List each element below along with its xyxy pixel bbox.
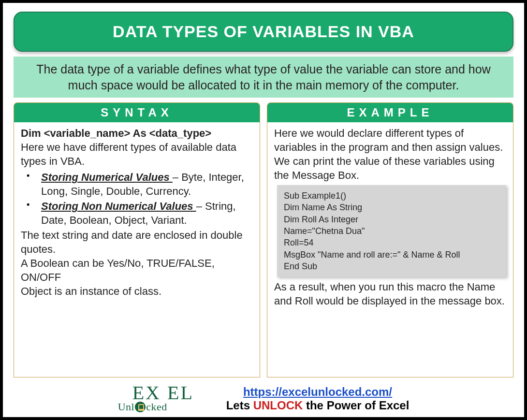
footer: EX EL Unlcked https://excelunlocked.com/… xyxy=(14,382,513,413)
example-outro: As a result, when you run this macro the… xyxy=(274,280,506,308)
bullet-head: Storing Numerical Values xyxy=(41,171,173,183)
document-frame: DATA TYPES OF VARIABLES IN VBA The data … xyxy=(0,0,527,420)
example-header: EXAMPLE xyxy=(267,102,513,122)
syntax-code-line: Dim <variable_name> As <data_type> xyxy=(21,126,253,140)
example-intro: Here we would declare different types of… xyxy=(274,126,506,182)
syntax-note: Object is an instance of class. xyxy=(21,284,253,298)
bullet-head: Storing Non Numerical Values xyxy=(41,200,196,212)
logo-bot-post: cked xyxy=(146,401,167,413)
lock-icon xyxy=(135,402,146,412)
logo-bottom-text: Unlcked xyxy=(118,400,215,413)
example-body: Here we would declare different types of… xyxy=(267,122,513,377)
description-box: The data type of a variable defines what… xyxy=(14,57,513,98)
syntax-column: SYNTAX Dim <variable_name> As <data_type… xyxy=(14,102,260,377)
tagline-pre: Lets xyxy=(226,399,253,412)
code-line: Sub Example1() xyxy=(284,190,499,202)
code-box: Sub Example1() Dim Name As String Dim Ro… xyxy=(277,185,506,277)
code-line: End Sub xyxy=(284,261,499,272)
site-link[interactable]: https://excelunlocked.com/ xyxy=(243,385,392,398)
example-column: EXAMPLE Here we would declare different … xyxy=(267,102,513,377)
syntax-note: The text string and date are enclosed in… xyxy=(21,228,253,256)
logo-top-text: EX EL xyxy=(132,384,215,402)
syntax-intro: Here we have different types of availabl… xyxy=(21,140,253,168)
syntax-header: SYNTAX xyxy=(14,102,260,122)
columns: SYNTAX Dim <variable_name> As <data_type… xyxy=(14,102,513,377)
list-item: Storing Non Numerical Values – String, D… xyxy=(21,199,253,227)
page-title: DATA TYPES OF VARIABLES IN VBA xyxy=(14,12,513,52)
logo-bot-pre: Unl xyxy=(118,401,135,413)
code-line: Dim Roll As Integer xyxy=(284,214,499,225)
code-line: Dim Name As String xyxy=(284,202,499,213)
brand-logo: EX EL Unlcked xyxy=(118,384,215,413)
tagline-post: the Power of Excel xyxy=(303,399,409,412)
syntax-note: A Boolean can be Yes/No, TRUE/FALSE, ON/… xyxy=(21,256,253,284)
footer-text: https://excelunlocked.com/ Lets UNLOCK t… xyxy=(226,385,410,412)
code-line: Roll=54 xyxy=(284,237,499,248)
list-item: Storing Numerical Values – Byte, Integer… xyxy=(21,170,253,198)
syntax-body: Dim <variable_name> As <data_type> Here … xyxy=(14,122,260,377)
code-line: MsgBox "Name and roll are:=" & Name & Ro… xyxy=(284,249,499,261)
code-line: Name="Chetna Dua" xyxy=(284,225,499,237)
syntax-bullets: Storing Numerical Values – Byte, Integer… xyxy=(21,170,253,227)
tagline-unlock: UNLOCK xyxy=(253,399,303,412)
